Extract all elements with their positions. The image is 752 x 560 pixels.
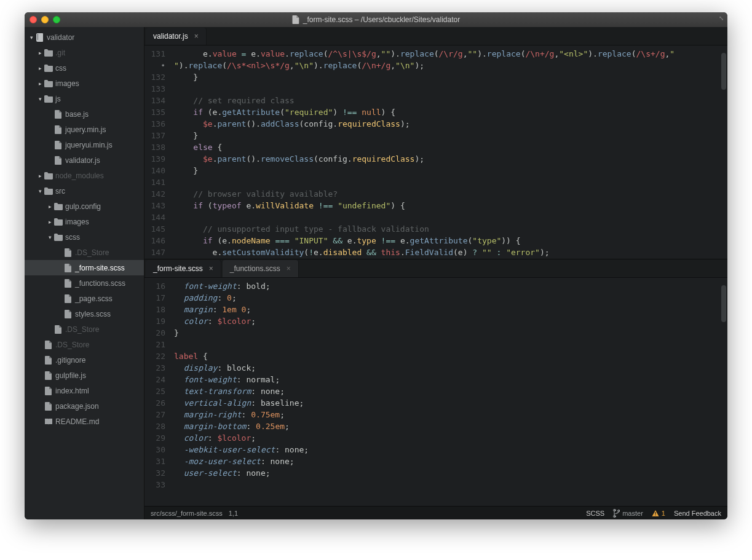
tree-item[interactable]: ▾scss (25, 229, 144, 245)
tree-item[interactable]: ▸css (25, 60, 144, 76)
git-branch-icon (613, 509, 620, 518)
traffic-lights (30, 16, 60, 23)
tabbar-top[interactable]: validator.js× (144, 27, 727, 45)
window-zoom-button[interactable] (53, 16, 60, 23)
file-icon (43, 402, 54, 411)
tree-item-label: _functions.scss (74, 279, 125, 288)
folder-icon (43, 187, 54, 195)
line-number: 140 (148, 165, 165, 176)
file-icon (43, 371, 54, 380)
statusbar-language[interactable]: SCSS (586, 510, 604, 517)
chevron-down-icon[interactable]: ▾ (47, 234, 53, 240)
editor-tab[interactable]: _form-site.scss× (146, 260, 221, 277)
tree-item-label: README.md (54, 417, 99, 426)
statusbar-feedback[interactable]: Send Feedback (674, 510, 721, 517)
tree-item[interactable]: ▾js (25, 91, 144, 106)
tree-item[interactable]: ▸gulpfile.js (25, 368, 144, 383)
line-number: 25 (148, 385, 165, 397)
file-icon (43, 341, 54, 349)
tab-close-icon[interactable]: × (194, 32, 199, 41)
titlebar[interactable]: _form-site.scss – /Users/cbuckler/Sites/… (25, 12, 727, 27)
chevron-right-icon[interactable]: ▸ (47, 219, 53, 225)
tree-item[interactable]: ▸images (25, 76, 144, 91)
tree-item-label: gulpfile.js (54, 371, 86, 380)
tree-item[interactable]: ▸jqueryui.min.js (25, 137, 144, 152)
scrollbar-bottom[interactable] (721, 279, 726, 505)
folder-icon (43, 95, 54, 103)
statusbar-git-branch[interactable]: master (613, 509, 643, 518)
line-number: 141 (148, 176, 165, 188)
tree-item[interactable]: ▸images (25, 214, 144, 229)
tree-item[interactable]: ▸node_modules (25, 168, 144, 183)
tree-item[interactable]: ▸_functions.scss (25, 275, 144, 291)
file-icon (292, 15, 299, 24)
tree-item-label: images (64, 218, 89, 226)
line-number: 22 (148, 350, 165, 362)
tab-close-icon[interactable]: × (209, 264, 213, 273)
window-minimize-button[interactable] (41, 16, 49, 23)
chevron-right-icon[interactable]: ▸ (37, 81, 43, 87)
tree-item[interactable]: ▸_page.scss (25, 291, 144, 306)
editor-tab[interactable]: _functions.scss× (223, 260, 299, 277)
statusbar-cursor[interactable]: 1,1 (229, 510, 238, 517)
editor-tab[interactable]: validator.js× (146, 28, 207, 45)
tree-item[interactable]: ▸validator.js (25, 152, 144, 168)
folder-icon (43, 80, 54, 87)
tree-item[interactable]: ▸_form-site.scss (25, 260, 144, 275)
line-number: 144 (148, 211, 165, 223)
tree-item[interactable]: ▸index.html (25, 383, 144, 398)
tree-item[interactable]: ▸styles.scss (25, 306, 144, 321)
fullscreen-icon[interactable]: ⤡ (719, 15, 724, 22)
tree-item-label: jquery.min.js (64, 125, 106, 134)
chevron-right-icon[interactable]: ▸ (37, 65, 43, 71)
chevron-down-icon[interactable]: ▾ (37, 96, 43, 102)
code-area-top[interactable]: e.value = e.value.replace(/^\s|\s$/g,"")… (172, 45, 727, 259)
chevron-down-icon[interactable]: ▾ (37, 188, 43, 194)
window-close-button[interactable] (30, 16, 37, 23)
tree-item[interactable]: ▸package.json (25, 398, 144, 414)
file-icon (63, 279, 74, 288)
line-number: 136 (148, 118, 165, 130)
tree-item[interactable]: ▸.DS_Store (25, 337, 144, 352)
file-icon (53, 156, 64, 165)
file-tree-sidebar[interactable]: ▾validator▸.git▸css▸images▾js▸base.js▸jq… (25, 27, 144, 519)
line-number: 20 (148, 327, 165, 339)
chevron-down-icon[interactable]: ▾ (28, 34, 34, 41)
tree-item[interactable]: ▸README.md (25, 414, 144, 429)
editor-pane-bottom[interactable]: 161718192021222324252627282930313233 fon… (144, 278, 727, 506)
tree-item-label: index.html (54, 387, 89, 395)
repo-icon (34, 33, 46, 42)
chevron-right-icon[interactable]: ▸ (47, 203, 53, 210)
tree-item[interactable]: ▾src (25, 183, 144, 199)
scrollbar-top[interactable] (721, 47, 726, 258)
statusbar-path[interactable]: src/scss/_form-site.scss (151, 510, 223, 517)
statusbar-warnings[interactable]: 1 (652, 510, 665, 517)
chevron-right-icon[interactable]: ▸ (37, 173, 43, 179)
tree-item-label: gulp.config (64, 202, 101, 211)
tree-item[interactable]: ▸jquery.min.js (25, 122, 144, 137)
code-area-bottom[interactable]: font-weight: bold; padding: 0; margin: 1… (172, 278, 727, 506)
tree-item[interactable]: ▸.DS_Store (25, 321, 144, 337)
tree-item[interactable]: ▸.gitignore (25, 352, 144, 368)
tree-item[interactable]: ▾validator (25, 30, 144, 45)
file-icon (53, 110, 64, 119)
tree-item-label: js (54, 95, 61, 103)
tab-label: _functions.scss (230, 264, 280, 273)
tree-item[interactable]: ▸base.js (25, 106, 144, 122)
line-number: 143 (148, 200, 165, 211)
svg-rect-5 (655, 515, 655, 515)
tabbar-bottom[interactable]: _form-site.scss×_functions.scss× (144, 259, 727, 278)
statusbar-branch-label: master (622, 510, 643, 517)
line-number: 134 (148, 95, 165, 106)
editor-pane-top[interactable]: 131•132133134135136137138139140141142143… (144, 45, 727, 259)
line-number: 33 (148, 479, 165, 491)
line-number: 18 (148, 304, 165, 315)
tree-item[interactable]: ▸.DS_Store (25, 245, 144, 260)
tab-close-icon[interactable]: × (287, 264, 291, 273)
chevron-right-icon[interactable]: ▸ (37, 50, 43, 56)
line-number: 16 (148, 280, 165, 292)
tree-item-label: .gitignore (54, 356, 85, 365)
tree-item[interactable]: ▸gulp.config (25, 199, 144, 214)
folder-icon (53, 218, 64, 226)
tree-item[interactable]: ▸.git (25, 45, 144, 60)
